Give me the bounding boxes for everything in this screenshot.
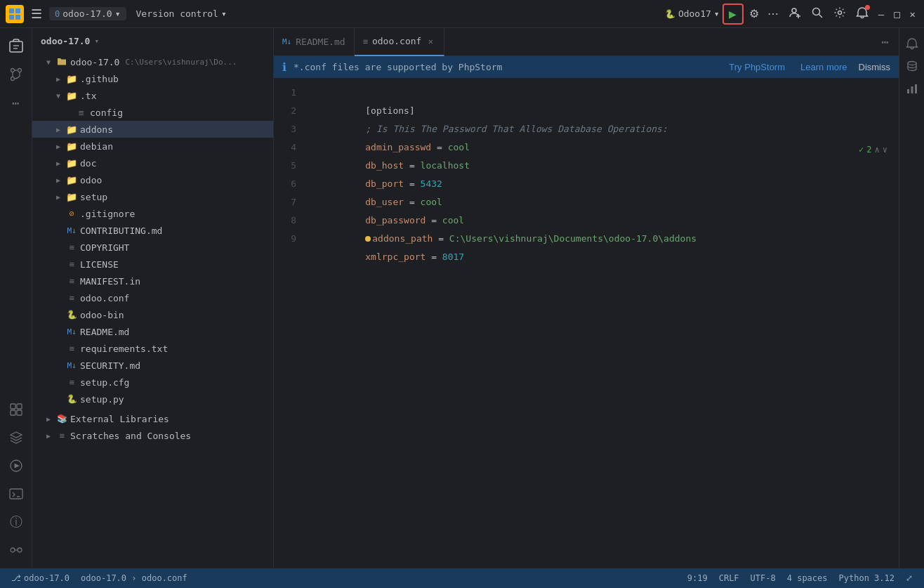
line-numbers: 1 2 3 4 5 6 7 8 9 — [274, 78, 305, 568]
root-expand-icon: ▼ — [44, 58, 53, 66]
root-folder-icon — [56, 56, 67, 68]
setup-cfg-label: setup.cfg — [80, 377, 129, 388]
close-button[interactable]: ✕ — [907, 6, 918, 22]
minimize-button[interactable]: — — [876, 6, 887, 22]
svg-rect-19 — [17, 410, 22, 415]
rs-stats[interactable] — [902, 79, 922, 98]
tree-item-license[interactable]: ≡ LICENSE — [32, 256, 273, 273]
code-editor[interactable]: 1 2 3 4 5 6 7 8 9 [options] ; Is This Th… — [274, 78, 899, 568]
dismiss-button[interactable]: Dismiss — [859, 62, 891, 72]
github-label: .github — [80, 74, 119, 84]
tree-item-setup-py[interactable]: 🐍 setup.py — [32, 391, 273, 407]
svg-point-24 — [18, 548, 22, 552]
tree-item-odoo-bin[interactable]: 🐍 odoo-bin — [32, 306, 273, 323]
tree-container[interactable]: ▼ odoo-17.0 C:\Users\vishnuraj\Do... ▶ 📁… — [32, 53, 273, 568]
tree-item-copyright[interactable]: ≡ COPYRIGHT — [32, 239, 273, 256]
odoo-label: odoo — [80, 175, 102, 185]
run-button[interactable]: ▶ — [722, 4, 744, 25]
readme-icon: M↓ — [66, 327, 77, 337]
search-button[interactable] — [808, 4, 826, 25]
tree-item-config[interactable]: ≡ config — [32, 104, 273, 121]
tree-item-github[interactable]: ▶ 📁 .github — [32, 70, 273, 87]
tab-bar: M↓ README.md ≡ odoo.conf ✕ ⋯ — [274, 28, 899, 56]
tree-item-tx[interactable]: ▼ 📁 .tx — [32, 87, 273, 104]
sb-branch[interactable]: ⎇ odoo-17.0 — [6, 568, 75, 588]
sb-file-breadcrumb[interactable]: odoo-17.0 › odoo.conf — [75, 568, 193, 588]
odoo-bin-icon: 🐍 — [66, 310, 77, 320]
sb-expand[interactable]: ⤢ — [900, 568, 918, 588]
sb-crlf-label: CRLF — [719, 573, 739, 583]
svg-point-15 — [11, 77, 14, 81]
requirements-icon: ≡ — [66, 344, 77, 353]
activity-terminal-icon[interactable] — [4, 481, 29, 507]
checks-count: 2 — [866, 145, 871, 155]
tree-item-odoo-conf[interactable]: ≡ odoo.conf — [32, 289, 273, 306]
sb-expand-icon: ⤢ — [906, 573, 913, 583]
tree-item-scratches[interactable]: ▶ ≡ Scratches and Consoles — [32, 427, 273, 444]
tab-conf-close[interactable]: ✕ — [425, 37, 435, 46]
readme-label: README.md — [80, 327, 129, 337]
activity-project-icon[interactable] — [4, 34, 29, 59]
activity-layers-icon[interactable] — [4, 425, 29, 450]
add-profile-button[interactable] — [786, 4, 804, 25]
run-config-name: Odoo17 — [678, 8, 711, 19]
sb-branch-label: odoo-17.0 — [24, 573, 70, 583]
tab-odoo-conf[interactable]: ≡ odoo.conf ✕ — [355, 28, 445, 56]
github-expand-icon: ▶ — [53, 75, 63, 83]
run-config-label: 🐍 Odoo17 ▾ — [665, 8, 720, 19]
tree-item-setup[interactable]: ▶ 📁 setup — [32, 188, 273, 205]
checks-down[interactable]: ∨ — [883, 145, 887, 155]
activity-run-icon[interactable] — [4, 453, 29, 478]
tree-item-setup-cfg[interactable]: ≡ setup.cfg — [32, 374, 273, 391]
tree-item-requirements[interactable]: ≡ requirements.txt — [32, 340, 273, 357]
svg-point-23 — [11, 548, 15, 552]
tree-item-contributing[interactable]: M↓ CONTRIBUTING.md — [32, 222, 273, 239]
sb-indent[interactable]: 4 spaces — [781, 568, 833, 588]
tree-item-security[interactable]: M↓ SECURITY.md — [32, 357, 273, 374]
learn-more-button[interactable]: Learn more — [796, 60, 851, 74]
tree-item-debian[interactable]: ▶ 📁 debian — [32, 138, 273, 155]
app-logo — [6, 5, 24, 23]
checks-up[interactable]: ∧ — [875, 145, 880, 155]
right-sidebar — [899, 28, 924, 568]
rs-database[interactable] — [902, 56, 922, 76]
project-selector[interactable]: 0 odoo-17.0 ▾ — [49, 7, 126, 20]
settings-button[interactable] — [831, 4, 849, 25]
notifications-button[interactable] — [853, 4, 871, 25]
tab-readme[interactable]: M↓ README.md — [274, 28, 355, 56]
tx-expand-icon: ▼ — [53, 92, 63, 100]
sb-line-ending[interactable]: CRLF — [713, 568, 745, 588]
tab-more-button[interactable]: ⋯ — [877, 32, 893, 52]
tree-item-readme[interactable]: M↓ README.md — [32, 323, 273, 340]
debug-button[interactable]: ⚙ — [746, 4, 762, 23]
sb-encoding[interactable]: UTF-8 — [745, 568, 781, 588]
hamburger-button[interactable]: ☰ — [28, 4, 45, 24]
try-phpstorm-button[interactable]: Try PhpStorm — [725, 60, 789, 74]
setup-py-label: setup.py — [80, 394, 124, 405]
tree-item-manifest[interactable]: ≡ MANIFEST.in — [32, 273, 273, 289]
tree-item-external-libs[interactable]: ▶ 📚 External Libraries — [32, 410, 273, 427]
rs-notifications[interactable] — [902, 34, 922, 53]
vcs-selector[interactable]: Version control ▾ — [131, 7, 232, 20]
svg-rect-1 — [15, 8, 20, 13]
sb-language[interactable]: Python 3.12 — [833, 568, 900, 588]
tree-root[interactable]: ▼ odoo-17.0 C:\Users\vishnuraj\Do... — [32, 53, 273, 70]
sb-position[interactable]: 9:19 — [682, 568, 713, 588]
svg-point-14 — [18, 69, 21, 72]
tree-item-gitignore[interactable]: ⊘ .gitignore — [32, 205, 273, 222]
code-content[interactable]: [options] ; Is This The Password That Al… — [305, 78, 899, 568]
contributing-icon: M↓ — [66, 226, 77, 235]
activity-git-changes-icon[interactable] — [4, 537, 29, 563]
activity-more-icon[interactable]: ⋯ — [4, 90, 29, 115]
more-button[interactable]: ⋯ — [765, 4, 781, 23]
tree-item-addons[interactable]: ▶ 📁 addons — [32, 121, 273, 138]
activity-plugins-icon[interactable] — [4, 397, 29, 422]
activity-info-icon[interactable]: ⓘ — [4, 509, 29, 535]
root-path: C:\Users\vishnuraj\Do... — [125, 58, 237, 67]
tree-item-odoo[interactable]: ▶ 📁 odoo — [32, 171, 273, 188]
title-bar-actions: — □ ✕ — [786, 4, 918, 25]
svg-point-26 — [908, 62, 916, 65]
activity-git-icon[interactable] — [4, 62, 29, 87]
tree-item-doc[interactable]: ▶ 📁 doc — [32, 155, 273, 171]
maximize-button[interactable]: □ — [891, 6, 902, 22]
